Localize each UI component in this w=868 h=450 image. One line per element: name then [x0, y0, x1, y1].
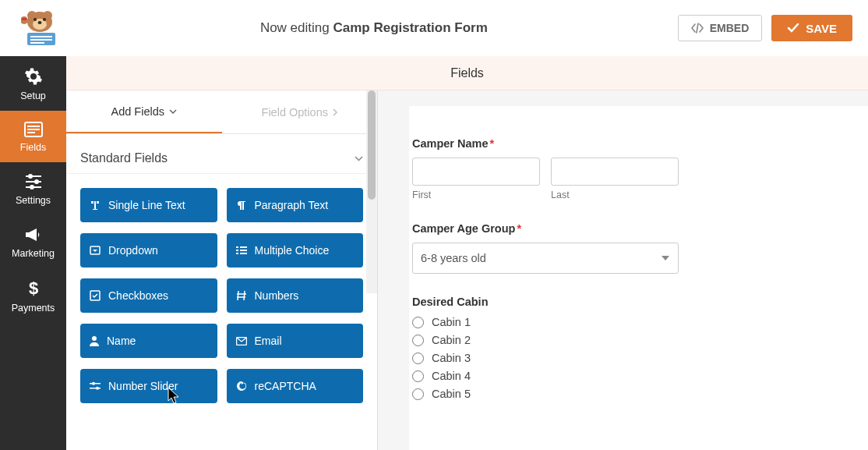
top-header: Now editing Camp Registration Form EMBED… [0, 0, 868, 56]
checkbox-icon [90, 290, 101, 301]
sidebar-item-payments[interactable]: $ Payments [0, 268, 66, 323]
svg-point-20 [34, 179, 39, 184]
first-name-input[interactable] [412, 158, 540, 186]
radio-cabin-3[interactable]: Cabin 3 [412, 352, 868, 364]
field-paragraph-text[interactable]: Paragraph Text [227, 188, 364, 222]
tab-field-options[interactable]: Field Options [222, 90, 378, 133]
svg-rect-14 [27, 126, 40, 127]
form-preview: Camper Name* First Last Camper Age Grou [378, 90, 868, 450]
first-sublabel: First [412, 190, 540, 200]
svg-rect-15 [27, 129, 40, 130]
svg-rect-16 [27, 132, 35, 133]
gear-icon [24, 67, 43, 86]
sidebar: Setup Fields Settings Marketing $ Paymen… [0, 56, 66, 450]
camper-name-label: Camper Name* [412, 137, 868, 150]
radio-cabin-5[interactable]: Cabin 5 [412, 388, 868, 400]
field-desired-cabin: Desired Cabin Cabin 1 Cabin 2 Cabin 3 Ca… [412, 296, 868, 400]
slider-icon [90, 381, 101, 391]
svg-rect-8 [30, 36, 52, 37]
svg-rect-34 [90, 383, 101, 384]
dropdown-icon [90, 246, 101, 255]
check-icon [787, 23, 799, 34]
svg-point-22 [30, 185, 34, 190]
app-logo [16, 9, 70, 47]
field-age-group: Camper Age Group* 6-8 years old [412, 222, 868, 274]
svg-point-5 [43, 18, 46, 21]
sidebar-item-fields[interactable]: Fields [0, 111, 66, 162]
paragraph-icon [236, 200, 247, 211]
fields-panel: Add Fields Field Options Standard Fields… [66, 90, 378, 450]
form-icon [24, 122, 43, 137]
age-group-label: Camper Age Group* [412, 222, 868, 235]
tab-add-fields[interactable]: Add Fields [66, 90, 222, 133]
sidebar-item-setup[interactable]: Setup [0, 56, 66, 111]
desired-cabin-label: Desired Cabin [412, 296, 868, 308]
svg-point-6 [38, 21, 42, 24]
svg-point-35 [92, 382, 95, 385]
radio-cabin-1[interactable]: Cabin 1 [412, 316, 868, 328]
radio-cabin-2[interactable]: Cabin 2 [412, 334, 868, 346]
text-icon [90, 200, 101, 211]
svg-rect-26 [240, 246, 247, 248]
list-icon [236, 246, 247, 255]
scrollbar-track[interactable] [366, 90, 377, 293]
dollar-icon: $ [26, 279, 41, 298]
svg-rect-10 [30, 42, 44, 44]
sliders-icon [24, 173, 43, 190]
field-single-line-text[interactable]: Single Line Text [80, 188, 217, 222]
chevron-down-icon [355, 156, 363, 161]
section-standard-fields[interactable]: Standard Fields [66, 134, 377, 174]
page-title: Now editing Camp Registration Form [70, 20, 678, 36]
field-number-slider[interactable]: Number Slider [80, 369, 217, 403]
field-email[interactable]: Email [227, 324, 364, 358]
svg-rect-29 [236, 253, 238, 254]
svg-text:$: $ [28, 279, 37, 298]
scrollbar-thumb[interactable] [368, 90, 376, 200]
field-name[interactable]: Name [80, 324, 217, 358]
svg-point-37 [96, 387, 99, 390]
field-recaptcha[interactable]: reCAPTCHA [227, 369, 364, 403]
sidebar-item-settings[interactable]: Settings [0, 162, 66, 215]
email-icon [236, 337, 247, 345]
last-name-input[interactable] [551, 158, 679, 186]
embed-button[interactable]: EMBED [678, 15, 763, 41]
field-camper-name: Camper Name* First Last [412, 137, 868, 200]
last-sublabel: Last [551, 190, 679, 200]
megaphone-icon [24, 226, 43, 243]
sidebar-item-marketing[interactable]: Marketing [0, 215, 66, 268]
user-icon [90, 335, 99, 346]
svg-rect-27 [236, 250, 238, 251]
fields-header: Fields [66, 56, 868, 90]
svg-rect-12 [22, 18, 26, 20]
field-checkboxes[interactable]: Checkboxes [80, 278, 217, 313]
svg-rect-9 [30, 39, 52, 41]
svg-rect-28 [240, 250, 247, 251]
svg-point-4 [34, 18, 37, 21]
google-icon [236, 381, 247, 392]
field-multiple-choice[interactable]: Multiple Choice [227, 233, 364, 268]
age-group-select[interactable]: 6-8 years old [412, 243, 679, 274]
code-icon [691, 23, 704, 34]
chevron-right-icon [333, 108, 337, 116]
radio-cabin-4[interactable]: Cabin 4 [412, 370, 868, 382]
save-button[interactable]: SAVE [771, 15, 852, 41]
chevron-down-icon [169, 109, 177, 114]
svg-rect-25 [236, 246, 238, 248]
hash-icon [236, 290, 247, 301]
svg-point-32 [92, 336, 97, 341]
svg-rect-30 [240, 253, 247, 254]
svg-point-18 [28, 174, 33, 179]
field-dropdown[interactable]: Dropdown [80, 233, 217, 268]
field-numbers[interactable]: Numbers [227, 278, 364, 313]
